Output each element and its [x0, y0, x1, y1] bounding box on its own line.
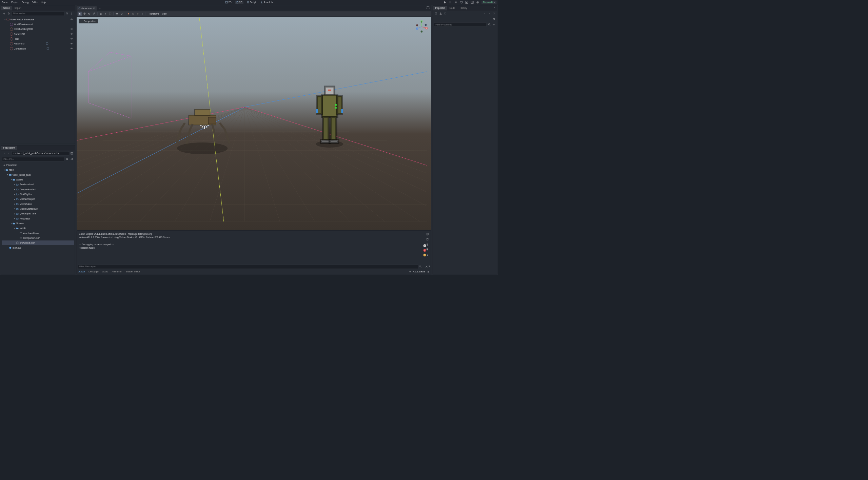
tab-filesystem[interactable]: FileSystem	[1, 146, 17, 150]
fs-item[interactable]: Companion.tscn	[2, 235, 74, 240]
bottom-tab-output[interactable]: Output	[78, 270, 85, 273]
visibility-icon[interactable]	[70, 18, 73, 21]
chevron-icon[interactable]: ▶	[14, 217, 16, 219]
tab-history[interactable]: History	[457, 6, 469, 11]
visibility-icon[interactable]	[70, 33, 73, 36]
chevron-icon[interactable]: ▼	[10, 178, 12, 180]
close-icon[interactable]: ✕	[93, 7, 95, 10]
perspective-toggle[interactable]: ⋮ Perspective	[79, 19, 98, 23]
group-tool[interactable]	[108, 12, 112, 16]
tab-scene[interactable]: Scene	[1, 6, 12, 11]
bottom-tab-shader-editor[interactable]: Shader Editor	[126, 270, 140, 273]
rotate-tool[interactable]	[87, 12, 92, 16]
transform-menu[interactable]: Transform	[147, 13, 160, 15]
chevron-icon[interactable]: ▶	[14, 203, 16, 205]
bottom-tab-debugger[interactable]: Debugger	[88, 270, 99, 273]
bottom-tab-audio[interactable]: Audio	[102, 270, 108, 273]
search-icon[interactable]	[65, 157, 69, 161]
sun-preview-icon[interactable]	[126, 12, 131, 16]
menu-editor[interactable]: Editor	[32, 1, 38, 4]
fs-item[interactable]: ▶FieldFighter	[2, 192, 74, 196]
tab-node[interactable]: Node	[447, 6, 457, 11]
pause-icon[interactable]	[449, 1, 452, 4]
info-count-badge[interactable]: !3	[422, 244, 429, 247]
add-node-icon[interactable]	[2, 12, 6, 15]
fs-item[interactable]: ▼voxel_robot_pack	[2, 172, 74, 177]
list-tool[interactable]	[99, 12, 103, 16]
tree-node[interactable]: Floor	[2, 36, 74, 41]
chevron-icon[interactable]: ▶	[14, 188, 16, 190]
instance-scene-icon[interactable]	[7, 12, 11, 15]
workspace-3d[interactable]: 3D	[235, 1, 243, 4]
play-scene-icon[interactable]	[465, 1, 468, 4]
script-icon[interactable]	[46, 42, 49, 45]
play-remote-icon[interactable]	[460, 1, 463, 4]
clear-icon[interactable]	[426, 237, 429, 241]
play-icon[interactable]	[443, 1, 447, 4]
filter-nodes-input[interactable]: Filter Nodes	[12, 12, 64, 16]
chevron-icon[interactable]: ▶	[14, 213, 16, 215]
axis-gizmo[interactable]: y x z	[415, 20, 428, 34]
env-preview2-icon[interactable]	[136, 12, 140, 16]
chevron-icon[interactable]: ▼	[14, 227, 16, 229]
visibility-icon[interactable]	[70, 47, 73, 50]
search-icon[interactable]	[487, 23, 491, 26]
tree-node[interactable]: Companion	[2, 46, 74, 51]
fs-item[interactable]: icon.svg	[2, 245, 74, 250]
movie-icon[interactable]	[476, 1, 479, 4]
move-tool[interactable]	[82, 12, 87, 16]
chevron-icon[interactable]: ▶	[14, 208, 16, 210]
chevron-icon[interactable]: ▼	[10, 223, 12, 225]
chevron-down-icon[interactable]: ▼	[4, 18, 6, 20]
fs-item[interactable]: showcase.tscn	[2, 241, 74, 245]
save-resource-icon[interactable]	[443, 12, 447, 15]
snap-tool[interactable]	[119, 12, 124, 16]
search-icon[interactable]	[65, 12, 69, 15]
copy-icon[interactable]	[426, 232, 429, 236]
load-resource-icon[interactable]	[439, 12, 442, 15]
fs-item[interactable]: ▼Scenes	[2, 221, 74, 226]
file-path-input[interactable]: res://voxel_robot_pack/Scenes/showcase.t…	[12, 151, 69, 156]
select-tool[interactable]	[78, 12, 82, 16]
fs-item[interactable]: ▶QuadrupedTank	[2, 211, 74, 216]
tab-inspector[interactable]: Inspector	[433, 6, 447, 11]
more-options-icon[interactable]: ⋮	[70, 12, 74, 15]
tree-node[interactable]: Camera3D	[2, 32, 74, 36]
workspace-2d[interactable]: 2D	[224, 1, 233, 4]
menu-project[interactable]: Project	[11, 1, 18, 4]
nav-forward-icon[interactable]: ›	[487, 12, 491, 15]
script-icon[interactable]	[46, 47, 50, 50]
stop-icon[interactable]	[454, 1, 457, 4]
chevron-icon[interactable]: ▶	[14, 198, 16, 200]
chevron-icon[interactable]: ▶	[14, 184, 16, 186]
chevron-icon[interactable]: ▼	[7, 174, 9, 176]
auto-icon[interactable]: ⟳	[409, 270, 411, 273]
open-resource-icon[interactable]	[434, 12, 438, 15]
fs-item[interactable]: ▼Assets	[2, 177, 74, 182]
history-icon[interactable]	[492, 12, 496, 15]
fs-item[interactable]: ▼robots	[2, 226, 74, 231]
favorites-row[interactable]: ★ Favorites:	[2, 162, 74, 167]
fs-item[interactable]: ▶Arachnodroid	[2, 182, 74, 187]
chevron-icon[interactable]: ▶	[14, 193, 16, 195]
lock-tool[interactable]	[103, 12, 108, 16]
tree-node[interactable]: DirectionalLight3D	[2, 27, 74, 32]
expand-all-icon[interactable]	[492, 17, 496, 21]
expand-viewport-icon[interactable]	[427, 6, 430, 9]
visibility-icon[interactable]	[70, 37, 73, 40]
fs-item[interactable]: ▶MechGolem	[2, 201, 74, 206]
tab-import[interactable]: Import	[12, 6, 23, 11]
nav-forward-icon[interactable]: ›	[7, 151, 11, 155]
renderer-select[interactable]: Forward+▾	[481, 1, 496, 4]
sort-icon[interactable]	[70, 157, 74, 161]
settings-icon[interactable]	[427, 270, 430, 273]
debugger-count-icon[interactable]	[425, 265, 428, 268]
scale-tool[interactable]	[92, 12, 96, 16]
play-custom-icon[interactable]	[471, 1, 474, 4]
filter-properties-input[interactable]: Filter Properties	[434, 22, 487, 27]
fs-item[interactable]: ▶MobileStorageBot	[2, 206, 74, 211]
tree-node[interactable]: WorldEnvironment	[2, 22, 74, 26]
fs-item[interactable]: Arachnoid.tscn	[2, 231, 74, 235]
tree-node[interactable]: Arachnoid	[2, 41, 74, 46]
warn-count-badge[interactable]: !0	[422, 253, 429, 257]
